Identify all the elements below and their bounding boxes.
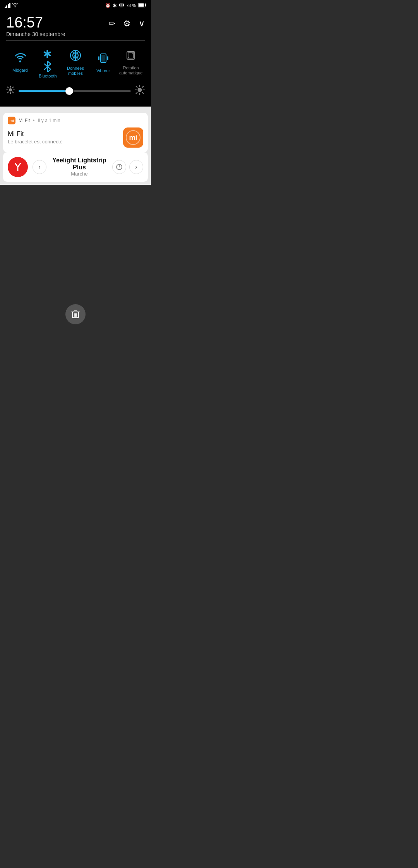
- notifications-area: mi Mi Fit • Il y a 1 min Mi Fit Le brace…: [0, 107, 151, 185]
- toggle-auto-rotation[interactable]: Rotationautomatique: [117, 50, 144, 76]
- svg-point-26: [138, 88, 142, 92]
- yeelight-info: Yeelight Lightstrip Plus Marche: [50, 157, 109, 177]
- svg-text:①: ①: [74, 54, 77, 58]
- vibrate-icon: [119, 2, 124, 9]
- notification-mifit[interactable]: mi Mi Fit • Il y a 1 min Mi Fit Le brace…: [3, 113, 148, 152]
- brightness-row: [6, 83, 145, 102]
- status-left: [5, 2, 18, 9]
- mifit-text: Mi Fit Le bracelet est connecté: [8, 130, 63, 145]
- wifi-toggle-icon: [14, 53, 26, 66]
- status-right: ⏰ ✱ 78 %: [105, 2, 146, 9]
- battery-icon: [138, 3, 146, 8]
- settings-button[interactable]: ⚙: [123, 19, 131, 29]
- mifit-app-name: Mi Fit: [19, 118, 30, 123]
- auto-rotation-toggle-label: Rotationautomatique: [119, 65, 143, 76]
- yeelight-logo: [8, 157, 28, 177]
- time-block: 16:57 Dimanche 30 septembre: [6, 15, 65, 37]
- dark-background: [0, 185, 151, 340]
- wifi-toggle-label: Midgard: [12, 68, 28, 73]
- svg-line-34: [136, 92, 137, 93]
- mifit-big-icon: mi: [123, 127, 143, 148]
- svg-line-24: [12, 87, 13, 88]
- time-row: 16:57 Dimanche 30 septembre ✏ ⚙ ∨: [6, 13, 145, 40]
- notification-yeelight[interactable]: ‹ Yeelight Lightstrip Plus Marche ›: [3, 152, 148, 182]
- yeelight-next-button[interactable]: ›: [129, 160, 143, 174]
- yeelight-device-name: Yeelight Lightstrip Plus: [50, 157, 109, 171]
- svg-rect-46: [74, 311, 77, 312]
- svg-rect-13: [98, 56, 99, 60]
- alarm-icon: ⏰: [105, 3, 111, 8]
- yeelight-power-button[interactable]: [112, 160, 126, 174]
- yeelight-device-status: Marche: [50, 171, 109, 177]
- mobile-data-toggle-label: Donnéesmobiles: [67, 66, 84, 76]
- svg-rect-6: [146, 4, 146, 6]
- battery-percentage: 78 %: [126, 3, 136, 8]
- bluetooth-status-icon: ✱: [113, 3, 117, 9]
- svg-text:mi: mi: [129, 134, 137, 141]
- mifit-time: Il y a 1 min: [38, 118, 60, 123]
- brightness-thumb[interactable]: [65, 87, 73, 95]
- svg-line-25: [8, 92, 9, 93]
- yeelight-prev-button[interactable]: ‹: [33, 160, 46, 174]
- svg-rect-14: [107, 56, 108, 60]
- mifit-body: Mi Fit Le bracelet est connecté mi: [3, 126, 148, 152]
- divider: [6, 40, 145, 41]
- vibration-toggle-label: Vibreur: [96, 68, 110, 73]
- toggle-mobile-data[interactable]: ① Donnéesmobiles: [62, 49, 89, 76]
- clock-display: 16:57: [6, 15, 65, 31]
- svg-line-33: [142, 86, 144, 87]
- yeelight-controls: ‹ Yeelight Lightstrip Plus Marche ›: [33, 157, 143, 177]
- bluetooth-toggle-label: Bluetooth: [39, 74, 57, 79]
- svg-rect-3: [123, 4, 124, 6]
- auto-rotation-toggle-icon: [125, 50, 137, 64]
- toggle-wifi[interactable]: Midgard: [7, 53, 34, 73]
- svg-line-31: [136, 86, 137, 87]
- signal-bars-icon: [5, 3, 10, 8]
- svg-line-23: [12, 92, 13, 93]
- mifit-app-icon: mi: [8, 117, 15, 124]
- clear-all-button[interactable]: [65, 304, 86, 324]
- svg-line-22: [8, 87, 9, 88]
- vibration-toggle-icon: [98, 52, 109, 67]
- svg-line-32: [142, 92, 144, 93]
- svg-text:mi: mi: [9, 119, 14, 123]
- toggle-bluetooth[interactable]: ∗ Bluetooth: [34, 47, 61, 79]
- toggle-vibration[interactable]: Vibreur: [90, 52, 117, 73]
- svg-rect-2: [119, 4, 120, 6]
- quick-toggles: Midgard ∗ Bluetooth: [6, 45, 145, 83]
- notification-panel: 16:57 Dimanche 30 septembre ✏ ⚙ ∨ Midgar…: [0, 10, 151, 107]
- svg-rect-12: [101, 55, 105, 62]
- wifi-status-icon: [12, 2, 18, 9]
- brightness-slider[interactable]: [19, 90, 131, 92]
- header-actions: ✏ ⚙ ∨: [109, 15, 145, 29]
- svg-rect-5: [139, 3, 144, 7]
- svg-rect-1: [120, 4, 122, 7]
- mobile-data-toggle-icon: ①: [69, 49, 82, 64]
- brightness-fill: [19, 90, 69, 92]
- brightness-low-icon: [6, 86, 15, 96]
- brightness-high-icon: [135, 85, 145, 97]
- svg-point-17: [9, 88, 12, 91]
- edit-button[interactable]: ✏: [109, 19, 115, 28]
- mifit-description: Le bracelet est connecté: [8, 139, 63, 145]
- mifit-title: Mi Fit: [8, 130, 63, 138]
- chevron-down-button[interactable]: ∨: [139, 19, 145, 29]
- date-display: Dimanche 30 septembre: [6, 31, 65, 37]
- bluetooth-toggle-icon: ∗: [42, 47, 53, 72]
- mifit-header: mi Mi Fit • Il y a 1 min: [3, 113, 148, 126]
- status-bar: ⏰ ✱ 78 %: [0, 0, 151, 10]
- mifit-dot: •: [33, 118, 34, 123]
